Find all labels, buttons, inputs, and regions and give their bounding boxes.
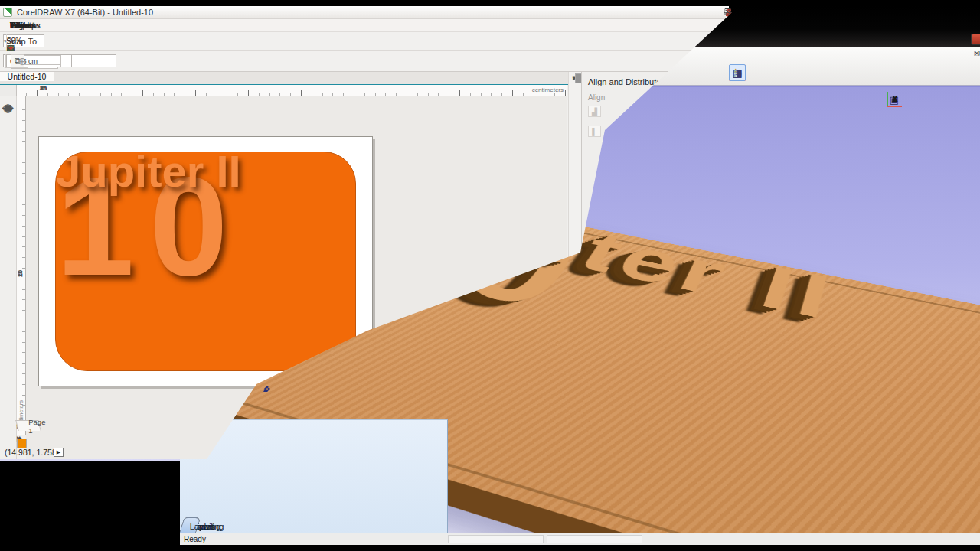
window-title: CorelDRAW X7 (64-Bit) - Untitled-10	[17, 8, 153, 17]
status-cell	[547, 535, 642, 543]
layout-vertical-icon[interactable]: ◨	[729, 64, 746, 81]
letterbox-bottom	[0, 545, 980, 551]
page-tab[interactable]: Page 1	[15, 420, 41, 431]
mini-arrow-icon[interactable]: ▴	[263, 384, 268, 394]
add-control-button[interactable]: ⊕	[15, 54, 29, 68]
vertical-ruler[interactable]: 20151050 centimeters	[17, 96, 26, 435]
status-cell	[448, 535, 544, 543]
close-button[interactable]: ✕	[971, 34, 980, 45]
ruler-origin-button[interactable]	[0, 85, 17, 96]
align-right-button[interactable]: ▟	[588, 106, 601, 117]
doc-close-button[interactable]: ✕	[974, 50, 980, 57]
house-number-design[interactable]: 10 Jupiter II	[55, 152, 356, 371]
video-frame: — ❐ ✕ — ❐ ✕ ⤢◪▦✚◉◉◉↯≋◍◫◨ Toolpaths ▣⌖ZXY	[0, 0, 980, 551]
docker-title: Align and Distribute	[588, 77, 661, 86]
document-page: 10 Jupiter II	[38, 136, 373, 386]
coreldraw-app-icon	[3, 8, 12, 17]
add-tool-button[interactable]: ⊕	[2, 98, 15, 118]
property-bar: F4 ▾ ▭ 33.0 cm ▴▾ ▯ 21.0 cm ▴▾ ▯	[0, 51, 729, 72]
new-document-tab[interactable]: +	[0, 72, 17, 81]
align-middle-button[interactable]: ▌	[588, 126, 601, 137]
horizontal-ruler[interactable]: 051015202530354045 centimeters	[17, 85, 567, 96]
standard-toolbar: ❏◰▤▥ ✂❐▨ ↶ ▾ ↷ ▾ F ⇩⇧▦ 50% ▾	[0, 32, 729, 51]
coreldraw-titlebar[interactable]: CorelDRAW X7 (64-Bit) - Untitled-10 — ❐ …	[0, 6, 729, 19]
design-name-text: Jupiter II	[56, 152, 241, 194]
toolbox: ➤✐◉✎∿▭◯✶A⟷∟❏▨✧◆✦⊕	[0, 96, 17, 459]
status-text: Ready	[184, 535, 206, 543]
black-masked-region	[0, 461, 180, 546]
align-section-label: Align	[588, 93, 605, 102]
menu-bar: FileEditViewLayoutObjectEffectsBitmapsTe…	[0, 19, 729, 32]
letterbox-top	[0, 0, 980, 6]
ruler-number: 0	[17, 247, 24, 301]
status-expand-button[interactable]: ▶	[54, 448, 64, 457]
menu-item[interactable]: Help	[5, 21, 33, 30]
ruler-number: 45	[17, 85, 70, 92]
ruler-unit-label: centimeters	[532, 86, 564, 93]
y-axis-view-icon[interactable]: Y	[887, 92, 902, 107]
